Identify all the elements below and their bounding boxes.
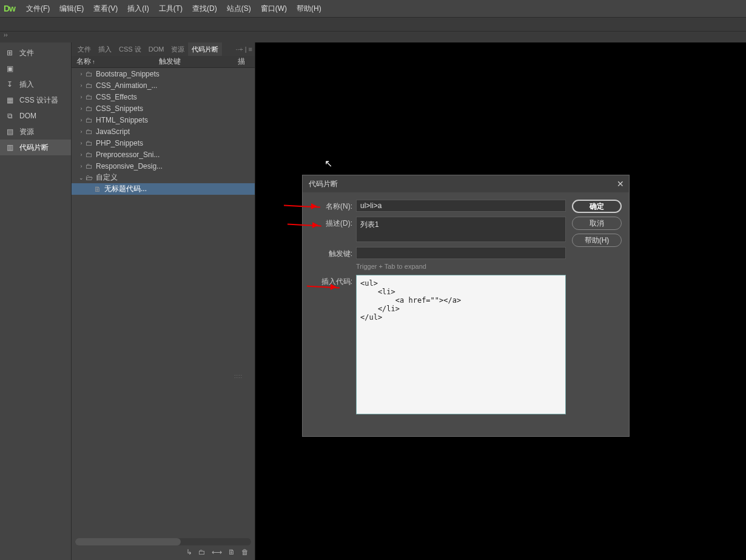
label-desc: 描述(D):	[310, 217, 352, 242]
new-snippet-icon[interactable]: 🗎	[228, 548, 235, 556]
tree-folder[interactable]: ›🗀Responsive_Desig...	[72, 160, 255, 172]
twisty-icon[interactable]: ›	[78, 129, 85, 135]
menu-edit[interactable]: 编辑(E)	[55, 0, 89, 17]
tab-snippets[interactable]: 代码片断	[188, 42, 222, 56]
rail-css-designer[interactable]: ▦CSS 设计器	[0, 92, 71, 108]
tree-label: Bootstrap_Snippets	[96, 70, 160, 78]
tree-label: HTML_Snippets	[96, 116, 148, 124]
rail-dom[interactable]: ⧉DOM	[0, 108, 71, 124]
twisty-icon[interactable]: ›	[78, 106, 85, 112]
menu-view[interactable]: 查看(V)	[89, 0, 123, 17]
horizontal-scrollbar[interactable]	[75, 538, 251, 545]
rail-label: DOM	[19, 112, 36, 120]
twisty-icon[interactable]: ›	[78, 152, 85, 158]
app-logo: Dw	[4, 4, 15, 13]
tree-label: CSS_Effects	[96, 93, 137, 101]
rail-snippets[interactable]: ▥代码片断	[0, 140, 71, 155]
description-field[interactable]	[356, 217, 566, 242]
twisty-icon[interactable]: ›	[78, 117, 85, 123]
rail-label: 插入	[19, 79, 34, 90]
name-field[interactable]	[356, 200, 566, 212]
header-desc[interactable]: 描	[238, 56, 255, 67]
snippets-panel: 文件 插入 CSS 设 DOM 资源 代码片断 ··÷ | ≡ 名称↑ 触发键 …	[72, 42, 255, 560]
panel-tabs: 文件 插入 CSS 设 DOM 资源 代码片断 ··÷ | ≡	[72, 42, 255, 56]
label-name: 名称(N):	[310, 200, 352, 212]
tree-folder[interactable]: ›🗀Preprocessor_Sni...	[72, 149, 255, 160]
dialog-form: 名称(N): 描述(D): 触发键: Trigger + Tab to expa…	[310, 200, 566, 429]
css-icon: ▦	[5, 96, 15, 104]
menubar: Dw 文件(F) 编辑(E) 查看(V) 插入(I) 工具(T) 查找(D) 站…	[0, 0, 746, 17]
rail-label: CSS 设计器	[19, 95, 58, 106]
menu-tools[interactable]: 工具(T)	[154, 0, 187, 17]
sort-asc-icon: ↑	[92, 59, 95, 65]
tree-folder[interactable]: ⌄🗁自定义	[72, 172, 255, 183]
rail-label: 文件	[19, 48, 34, 58]
trigger-field[interactable]	[356, 247, 566, 259]
new-folder-icon[interactable]: 🗀	[198, 548, 206, 556]
rail-label: 代码片断	[19, 143, 49, 153]
tree-folder[interactable]: ›🗀PHP_Snippets	[72, 137, 255, 149]
menu-insert[interactable]: 插入(I)	[123, 0, 153, 17]
rail-assets-icon-only[interactable]: ▣	[0, 61, 71, 76]
twisty-icon[interactable]: ⌄	[78, 175, 85, 181]
label-trigger: 触发键:	[310, 247, 352, 270]
folder-icon: 🗀	[85, 162, 93, 170]
folder-icon: 🗀	[85, 116, 93, 124]
panel-menu-icon[interactable]: ··÷ | ≡	[235, 46, 252, 53]
panel-footer: ↳ 🗀 ⟷ 🗎 🗑	[72, 547, 255, 558]
tree-label: JavaScript	[96, 127, 130, 136]
insert-icon: ↧	[5, 80, 15, 89]
twisty-icon[interactable]: ›	[78, 140, 85, 146]
rail-resources[interactable]: ▤资源	[0, 124, 71, 140]
snippet-tree: ›🗀Bootstrap_Snippets›🗀CSS_Animation_...›…	[72, 68, 255, 536]
rail-insert[interactable]: ↧插入	[0, 76, 71, 92]
resize-grip-icon[interactable]: ::::	[234, 373, 243, 379]
code-field[interactable]	[356, 275, 566, 414]
cancel-button[interactable]: 取消	[572, 217, 622, 230]
files-icon: ⊞	[5, 49, 15, 57]
expand-handle[interactable]: ››	[0, 32, 746, 42]
ok-button[interactable]: 确定	[572, 200, 622, 213]
dialog-title: 代码片断	[309, 179, 338, 189]
tree-folder[interactable]: ›🗀HTML_Snippets	[72, 114, 255, 126]
folder-icon: 🗀	[85, 127, 93, 136]
close-icon[interactable]: ✕	[617, 179, 624, 189]
dialog-titlebar[interactable]: 代码片断 ✕	[303, 175, 629, 192]
menu-help[interactable]: 帮助(H)	[292, 0, 326, 17]
tab-insert[interactable]: 插入	[95, 42, 115, 56]
tab-dom[interactable]: DOM	[145, 42, 168, 56]
twisty-icon[interactable]: ›	[78, 163, 85, 169]
tree-label: 自定义	[96, 172, 118, 183]
header-trigger[interactable]: 触发键	[156, 56, 238, 67]
tree-folder[interactable]: ›🗀CSS_Animation_...	[72, 79, 255, 91]
tree-folder[interactable]: ›🗀CSS_Snippets	[72, 103, 255, 114]
tree-label: CSS_Snippets	[96, 104, 143, 113]
tree-file[interactable]: 🗎无标题代码...	[72, 183, 255, 195]
tree-folder[interactable]: ›🗀JavaScript	[72, 126, 255, 137]
tree-folder[interactable]: ›🗀CSS_Effects	[72, 91, 255, 103]
folder-icon: 🗁	[85, 174, 93, 182]
rail-files[interactable]: ⊞文件	[0, 45, 71, 61]
dialog-buttons: 确定 取消 帮助(H)	[572, 200, 622, 429]
tab-css[interactable]: CSS 设	[115, 42, 145, 56]
help-button[interactable]: 帮助(H)	[572, 234, 622, 247]
tree-folder[interactable]: ›🗀Bootstrap_Snippets	[72, 68, 255, 79]
delete-icon[interactable]: 🗑	[241, 548, 249, 556]
menu-site[interactable]: 站点(S)	[222, 0, 256, 17]
tab-files[interactable]: 文件	[74, 42, 95, 56]
link-icon[interactable]: ⟷	[212, 548, 222, 556]
menu-find[interactable]: 查找(D)	[187, 0, 222, 17]
menu-window[interactable]: 窗口(W)	[256, 0, 292, 17]
folder-icon: 🗀	[85, 70, 93, 78]
insert-action-icon[interactable]: ↳	[186, 548, 192, 556]
image-icon: ▣	[5, 64, 15, 73]
twisty-icon[interactable]: ›	[78, 71, 85, 77]
dom-icon: ⧉	[5, 112, 15, 120]
header-name[interactable]: 名称	[76, 57, 91, 66]
tree-label: Preprocessor_Sni...	[96, 150, 160, 159]
twisty-icon[interactable]: ›	[78, 83, 85, 89]
tab-resources[interactable]: 资源	[167, 42, 188, 56]
menu-file[interactable]: 文件(F)	[21, 0, 55, 17]
rail-label: 资源	[19, 127, 34, 137]
twisty-icon[interactable]: ›	[78, 94, 85, 100]
